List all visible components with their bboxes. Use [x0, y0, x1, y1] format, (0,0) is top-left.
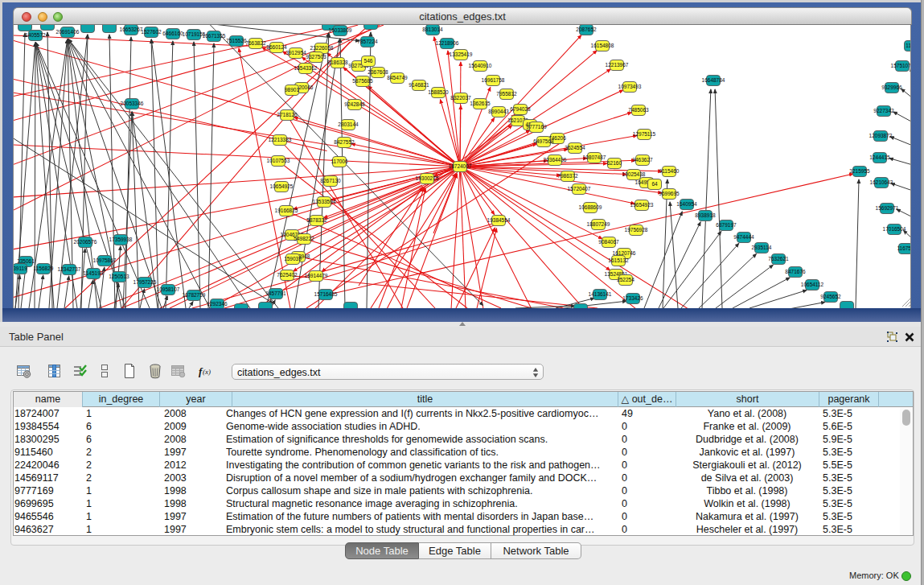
svg-text:20206576: 20206576 — [74, 239, 97, 245]
svg-text:1250513: 1250513 — [109, 274, 129, 279]
svg-text:116753: 116753 — [897, 245, 911, 251]
svg-text:3912954: 3912954 — [285, 50, 306, 56]
svg-text:6466160: 6466160 — [162, 31, 183, 36]
svg-text:9699695: 9699695 — [659, 191, 680, 196]
svg-text:3624554: 3624554 — [565, 145, 585, 150]
svg-text:16782759: 16782759 — [183, 292, 206, 298]
svg-text:9777169: 9777169 — [526, 124, 547, 130]
svg-text:7857224: 7857224 — [357, 39, 378, 44]
svg-text:9115460: 9115460 — [659, 168, 680, 174]
svg-text:1362615: 1362615 — [470, 101, 491, 106]
svg-text:98901: 98901 — [285, 87, 299, 93]
svg-text:14136141: 14136141 — [589, 291, 612, 297]
svg-text:18724007: 18724007 — [449, 163, 472, 169]
svg-text:12213383: 12213383 — [269, 137, 292, 142]
svg-text:9146821: 9146821 — [409, 82, 429, 88]
svg-text:10807487: 10807487 — [583, 154, 606, 160]
svg-text:13533594: 13533594 — [313, 199, 336, 204]
svg-text:1112: 1112 — [906, 43, 911, 48]
svg-text:20053346: 20053346 — [121, 101, 144, 106]
svg-text:12213967: 12213967 — [606, 62, 629, 68]
svg-text:15720407: 15720407 — [568, 186, 591, 192]
svg-text:10958107: 10958107 — [157, 286, 180, 292]
svg-text:8990443: 8990443 — [488, 109, 509, 114]
svg-text:10973493: 10973493 — [618, 84, 642, 89]
svg-text:16671355: 16671355 — [203, 33, 226, 39]
svg-text:9227342: 9227342 — [873, 108, 894, 113]
svg-text:6879197: 6879197 — [716, 222, 737, 228]
svg-text:8322037: 8322037 — [450, 95, 471, 101]
svg-text:17957225: 17957225 — [133, 279, 157, 285]
svg-text:8813014: 8813014 — [422, 27, 443, 32]
svg-text:10688609: 10688609 — [579, 204, 602, 210]
svg-text:1640954: 1640954 — [676, 201, 697, 207]
svg-text:7986372: 7986372 — [557, 173, 578, 179]
svg-text:7955812: 7955812 — [496, 91, 517, 97]
svg-text:8186328: 8186328 — [327, 60, 348, 65]
svg-text:10025438: 10025438 — [622, 171, 646, 177]
svg-text:9084067: 9084067 — [598, 239, 619, 245]
svg-text:15692971: 15692971 — [876, 205, 899, 211]
svg-text:159039: 159039 — [284, 256, 302, 262]
svg-text:12975115: 12975115 — [633, 131, 656, 137]
svg-text:10975867: 10975867 — [93, 257, 117, 263]
svg-text:1156829: 1156829 — [34, 266, 54, 271]
svg-text:8454749: 8454749 — [387, 75, 408, 80]
svg-text:6794028: 6794028 — [510, 106, 531, 112]
svg-text:(x): (x) — [203, 368, 211, 376]
svg-text:9327503: 9327503 — [306, 54, 326, 60]
svg-text:17359938: 17359938 — [109, 237, 133, 242]
svg-text:15751074: 15751074 — [891, 63, 911, 68]
svg-text:1733426: 1733426 — [622, 295, 643, 301]
svg-text:2087652: 2087652 — [576, 27, 597, 32]
svg-text:13325419: 13325419 — [450, 51, 473, 57]
svg-text:252254: 252254 — [617, 277, 634, 282]
svg-text:8427552: 8427552 — [334, 139, 355, 145]
svg-text:10654925: 10654925 — [270, 183, 294, 189]
svg-text:20691406: 20691406 — [56, 29, 80, 35]
svg-text:16914479: 16914479 — [305, 273, 328, 278]
svg-text:1244415: 1244415 — [869, 154, 890, 160]
svg-text:12218906: 12218906 — [436, 40, 459, 46]
svg-text:1588520: 1588520 — [428, 89, 449, 95]
svg-text:3215955: 3215955 — [849, 168, 870, 174]
svg-text:16653267: 16653267 — [120, 27, 143, 32]
svg-text:8660124: 8660124 — [266, 44, 287, 50]
svg-text:10654112: 10654112 — [801, 282, 824, 287]
svg-text:9463627: 9463627 — [632, 157, 653, 163]
svg-text:2367608: 2367608 — [368, 69, 388, 75]
svg-text:19654923: 19654923 — [630, 202, 654, 208]
svg-text:16210643: 16210643 — [870, 179, 893, 185]
svg-text:2718126: 2718126 — [277, 112, 298, 117]
svg-text:7625402: 7625402 — [277, 272, 298, 278]
svg-text:12342737: 12342737 — [58, 266, 81, 272]
svg-text:19300275: 19300275 — [416, 175, 439, 181]
svg-text:9242848: 9242848 — [344, 101, 365, 107]
svg-text:16033809: 16033809 — [329, 27, 352, 33]
svg-text:7663822: 7663822 — [245, 40, 266, 46]
svg-text:2803144: 2803144 — [338, 122, 359, 127]
svg-text:9245652: 9245652 — [820, 294, 841, 299]
svg-text:12093872: 12093872 — [869, 133, 893, 138]
svg-text:7632621: 7632621 — [768, 256, 789, 262]
svg-text:8267130: 8267130 — [320, 178, 341, 183]
svg-text:16648784: 16648784 — [702, 77, 725, 83]
svg-text:15640910: 15640910 — [469, 63, 492, 68]
svg-text:5878332: 5878332 — [306, 217, 327, 223]
svg-text:17016504: 17016504 — [883, 226, 906, 232]
svg-text:9474444: 9474444 — [733, 234, 754, 240]
svg-text:8471676: 8471676 — [785, 269, 806, 274]
svg-text:16154808: 16154808 — [591, 43, 614, 48]
svg-text:19756928: 19756928 — [625, 227, 648, 233]
svg-text:2935114: 2935114 — [752, 245, 772, 250]
svg-text:18807249: 18807249 — [587, 221, 610, 227]
svg-text:5875685: 5875685 — [352, 78, 373, 84]
svg-text:117006: 117006 — [331, 159, 348, 164]
svg-text:1145194: 1145194 — [84, 270, 104, 276]
svg-text:1527602: 1527602 — [141, 29, 162, 35]
svg-text:7485063: 7485063 — [628, 107, 649, 113]
svg-text:19384554: 19384554 — [487, 217, 511, 223]
svg-text:39119: 39119 — [14, 266, 27, 271]
svg-text:23226058: 23226058 — [310, 45, 334, 51]
svg-text:10107553: 10107553 — [267, 158, 290, 163]
